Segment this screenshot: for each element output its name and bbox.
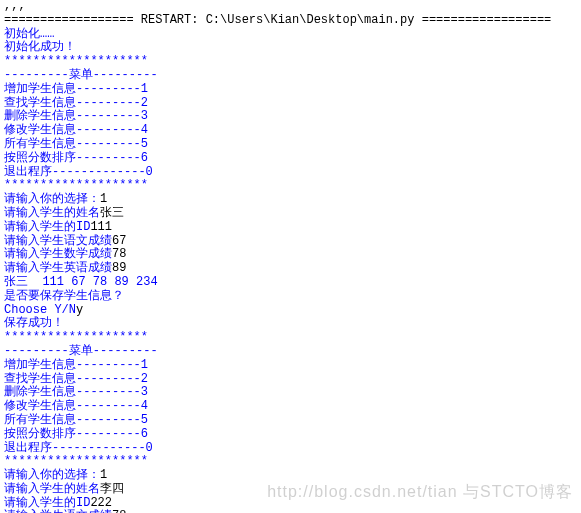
stars-line: ********************: [4, 330, 148, 344]
prompt-chinese: 请输入学生语文成绩: [4, 509, 112, 513]
python-shell-output[interactable]: ,,, ================== RESTART: C:\Users…: [0, 0, 581, 513]
menu-item-6: 按照分数排序---------6: [4, 427, 148, 441]
menu-item-4: 修改学生信息---------4: [4, 399, 148, 413]
input-chinese-2: 78: [112, 509, 126, 513]
prompt-choice: 请输入你的选择：: [4, 192, 100, 206]
prompt-choice: 请输入你的选择：: [4, 468, 100, 482]
menu-item-0: 退出程序-------------0: [4, 441, 153, 455]
input-id-1: 111: [90, 220, 112, 234]
prompt-id: 请输入学生的ID: [4, 220, 90, 234]
menu-item-1: 增加学生信息---------1: [4, 82, 148, 96]
menu-item-5: 所有学生信息---------5: [4, 137, 148, 151]
input-chinese-1: 67: [112, 234, 126, 248]
prompt-math: 请输入学生数学成绩: [4, 247, 112, 261]
init-done: 初始化成功！: [4, 40, 76, 54]
prompt-name: 请输入学生的姓名: [4, 482, 100, 496]
save-ok: 保存成功！: [4, 316, 64, 330]
menu-item-2: 查找学生信息---------2: [4, 96, 148, 110]
input-name-1: 张三: [100, 206, 124, 220]
stars-line: ********************: [4, 178, 148, 192]
menu-item-3: 删除学生信息---------3: [4, 385, 148, 399]
input-yn: y: [76, 303, 83, 317]
input-choice-1: 1: [100, 192, 107, 206]
prompt-name: 请输入学生的姓名: [4, 206, 100, 220]
menu-header: ---------菜单---------: [4, 68, 158, 82]
input-choice-2: 1: [100, 468, 107, 482]
menu-item-6: 按照分数排序---------6: [4, 151, 148, 165]
menu-item-5: 所有学生信息---------5: [4, 413, 148, 427]
menu-item-4: 修改学生信息---------4: [4, 123, 148, 137]
prompt-continuation: ,,,: [4, 0, 26, 13]
input-name-2: 李四: [100, 482, 124, 496]
prompt-save: 是否要保存学生信息？: [4, 289, 124, 303]
input-id-2: 222: [90, 496, 112, 510]
prompt-english: 请输入学生英语成绩: [4, 261, 112, 275]
restart-line: ================== RESTART: C:\Users\Kia…: [4, 13, 551, 27]
stars-line: ********************: [4, 54, 148, 68]
input-english-1: 89: [112, 261, 126, 275]
init-running: 初始化……: [4, 27, 54, 41]
stars-line: ********************: [4, 454, 148, 468]
student-echo: 张三 111 67 78 89 234: [4, 275, 158, 289]
menu-item-1: 增加学生信息---------1: [4, 358, 148, 372]
prompt-yn: Choose Y/N: [4, 303, 76, 317]
menu-item-0: 退出程序-------------0: [4, 165, 153, 179]
menu-item-2: 查找学生信息---------2: [4, 372, 148, 386]
menu-header: ---------菜单---------: [4, 344, 158, 358]
prompt-id: 请输入学生的ID: [4, 496, 90, 510]
input-math-1: 78: [112, 247, 126, 261]
prompt-chinese: 请输入学生语文成绩: [4, 234, 112, 248]
menu-item-3: 删除学生信息---------3: [4, 109, 148, 123]
